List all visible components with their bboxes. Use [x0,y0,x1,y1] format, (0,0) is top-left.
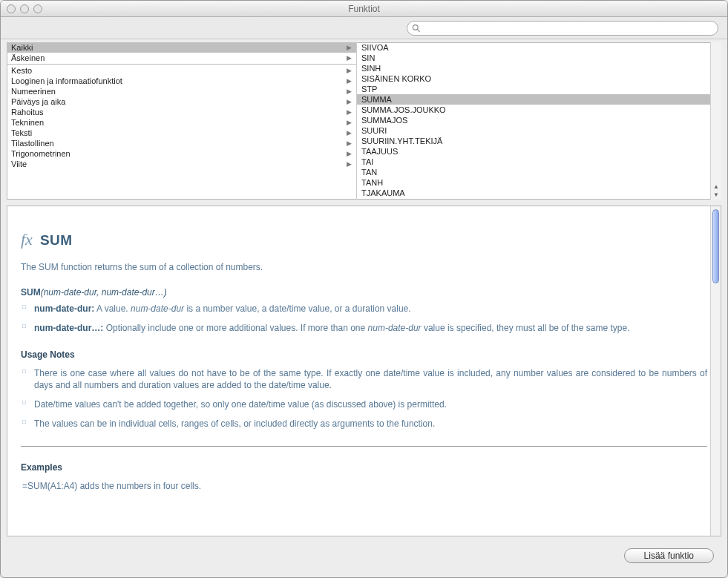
category-list[interactable]: Kaikki▶Äskeinen▶Kesto▶Looginen ja inform… [7,42,356,169]
function-item[interactable]: TANH [357,177,710,188]
function-scrollbar[interactable]: ▲ ▼ [710,42,721,200]
function-label: TAAJUUS [361,146,398,157]
function-item[interactable]: SINH [357,63,710,73]
search-input[interactable] [424,23,713,33]
add-function-button[interactable]: Lisää funktio [624,548,714,563]
function-label: TAI [361,157,373,167]
signature-name: SUM [21,287,41,298]
parameter-item: num-date-dur…: Optionally include one or… [21,322,707,334]
function-label: SIN [361,53,375,63]
chevron-right-icon: ▶ [347,53,352,63]
category-label: Numeerinen [11,86,56,96]
examples-heading: Examples [21,462,707,473]
chevron-right-icon: ▶ [347,138,352,148]
function-item[interactable]: SUMMA.JOS.JOUKKO [357,105,710,115]
category-column: Kaikki▶Äskeinen▶Kesto▶Looginen ja inform… [7,42,357,200]
function-label: STP [361,84,377,94]
category-item[interactable]: Viite▶ [7,159,356,169]
function-label: SUMMA [361,94,392,105]
function-label: SINH [361,63,381,73]
function-item[interactable]: SUMMA [357,94,710,105]
functions-column: SIIVOASINSINHSISÄINEN KORKOSTPSUMMASUMMA… [357,42,721,200]
function-item[interactable]: SUURIIN.YHT.TEKIJÄ [357,136,710,146]
chevron-right-icon: ▶ [347,65,352,76]
chevron-right-icon: ▶ [347,117,352,128]
detail-scroll-thumb[interactable] [712,209,719,283]
usage-notes-heading: Usage Notes [21,349,707,361]
example-line: =SUM(A1:A4) adds the numbers in four cel… [21,480,707,492]
function-item[interactable]: TJAKAUMA [357,188,710,198]
function-label: SUMMAJOS [361,115,407,125]
category-item[interactable]: Teksti▶ [7,128,356,138]
function-item[interactable]: SIIVOA [357,42,710,53]
parameter-name: num-date-dur: [34,303,94,314]
detail-scrollbar[interactable] [710,206,721,536]
chevron-right-icon: ▶ [347,96,352,107]
parameter-ital: num-date-dur [131,303,184,314]
scroll-down-icon[interactable]: ▼ [713,191,719,198]
examples-block: =SUM(A1:A4) adds the numbers in four cel… [21,480,707,492]
search-icon [412,24,421,33]
chevron-right-icon: ▶ [347,107,352,117]
detail-pane: fx SUM The SUM function returns the sum … [7,206,721,505]
parameter-item: num-date-dur: A value. num-date-dur is a… [21,303,707,315]
chevron-right-icon: ▶ [347,148,352,159]
function-label: SUURIIN.YHT.TEKIJÄ [361,136,442,146]
function-label: SUURI [361,125,387,136]
category-label: Kesto [11,65,32,76]
function-description: The SUM function returns the sum of a co… [21,261,707,273]
usage-note: Date/time values can't be added together… [21,398,707,410]
usage-note: There is one case where all values do no… [21,367,707,391]
function-item[interactable]: SUMMAJOS [357,115,710,125]
category-label: Rahoitus [11,107,43,117]
category-label: Kaikki [11,42,33,53]
svg-point-0 [413,24,418,30]
category-item[interactable]: Kaikki▶ [7,42,356,53]
function-signature: SUM(num-date-dur, num-date-dur…) [21,286,707,298]
function-name: SUM [40,231,73,250]
function-item[interactable]: SISÄINEN KORKO [357,73,710,84]
category-item[interactable]: Päiväys ja aika▶ [7,96,356,107]
function-item[interactable]: STP [357,84,710,94]
category-item[interactable]: Looginen ja informaatiofunktiot▶ [7,76,356,86]
function-label: TJAKAUMA [361,188,405,198]
category-item[interactable]: Numeerinen▶ [7,86,356,96]
window-title: Funktiot [1,4,727,14]
detail-pane-wrap: fx SUM The SUM function returns the sum … [7,206,721,536]
fx-icon: fx [21,229,33,251]
function-label: SIIVOA [361,42,389,53]
usage-note: The values can be in individual cells, r… [21,418,707,430]
category-item[interactable]: Tilastollinen▶ [7,138,356,148]
category-item[interactable]: Tekninen▶ [7,117,356,128]
search-field-wrap[interactable] [407,21,718,36]
browser-columns: Kaikki▶Äskeinen▶Kesto▶Looginen ja inform… [7,42,721,200]
parameter-list: num-date-dur: A value. num-date-dur is a… [21,303,707,334]
function-list[interactable]: SIIVOASINSINHSISÄINEN KORKOSTPSUMMASUMMA… [357,42,710,200]
separator [21,446,707,447]
titlebar: Funktiot [1,1,727,17]
category-label: Trigonometrinen [11,148,70,159]
function-label: TANH [361,177,383,188]
function-item[interactable]: SUURI [357,125,710,136]
category-label: Äskeinen [11,53,45,63]
chevron-right-icon: ▶ [347,42,352,53]
category-label: Tilastollinen [11,138,54,148]
function-item[interactable]: SIN [357,53,710,63]
svg-line-1 [418,29,420,31]
usage-notes-list: There is one case where all values do no… [21,367,707,430]
function-item[interactable]: TAN [357,167,710,177]
category-item[interactable]: Rahoitus▶ [7,107,356,117]
chevron-right-icon: ▶ [347,159,352,169]
category-item[interactable]: Äskeinen▶ [7,53,356,63]
function-label: TAN [361,167,377,177]
function-label: SISÄINEN KORKO [361,73,431,84]
toolbar [1,17,727,39]
category-item[interactable]: Trigonometrinen▶ [7,148,356,159]
scroll-up-icon[interactable]: ▲ [713,183,719,190]
function-item[interactable]: TAI [357,157,710,167]
function-header: fx SUM [21,229,707,251]
category-item[interactable]: Kesto▶ [7,65,356,76]
category-label: Looginen ja informaatiofunktiot [11,76,122,86]
function-item[interactable]: TAAJUUS [357,146,710,157]
category-separator [7,64,356,65]
